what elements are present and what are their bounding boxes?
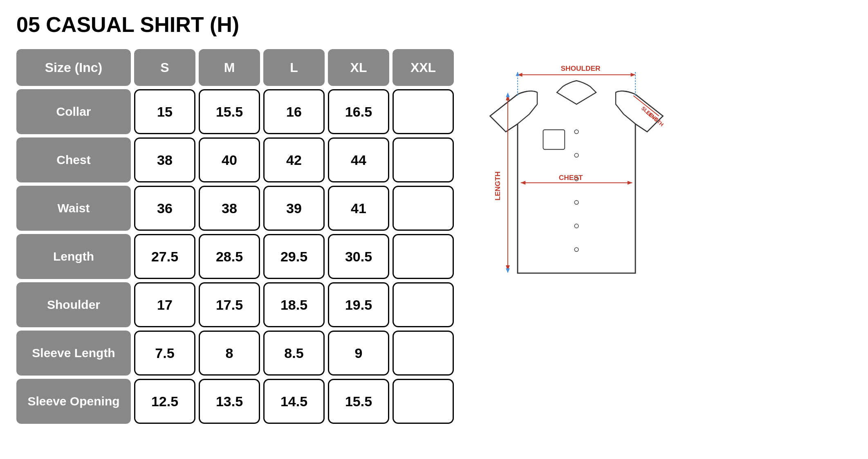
svg-marker-19	[506, 92, 510, 97]
length-label: LENGTH	[493, 171, 502, 200]
row-label-length: Length	[16, 234, 131, 279]
row-label-waist: Waist	[16, 186, 131, 231]
shoulder-label: SHOULDER	[561, 64, 601, 72]
sleeve-opening-s: 12.5	[134, 379, 195, 424]
row-label-sleeve-opening: Sleeve Opening	[16, 379, 131, 424]
sleeve-length-xxl	[393, 331, 454, 376]
svg-rect-0	[543, 130, 565, 149]
shoulder-m: 17.5	[199, 282, 260, 327]
chest-m: 40	[199, 137, 260, 182]
row-label-chest: Chest	[16, 137, 131, 182]
chest-s: 38	[134, 137, 195, 182]
col-header-xxl: XXL	[393, 49, 454, 86]
waist-xxl	[393, 186, 454, 231]
sleeve-opening-l: 14.5	[263, 379, 325, 424]
collar-m: 15.5	[199, 89, 260, 134]
size-table: Size (Inc) S M L XL XXL Collar 15 15.5 1…	[16, 49, 454, 424]
sleeve-length-xl: 9	[328, 331, 389, 376]
sleeve-length-l: 8.5	[263, 331, 325, 376]
chest-l: 42	[263, 137, 325, 182]
length-xxl	[393, 234, 454, 279]
waist-s: 36	[134, 186, 195, 231]
length-m: 28.5	[199, 234, 260, 279]
collar-xl: 16.5	[328, 89, 389, 134]
col-header-xl: XL	[328, 49, 389, 86]
shoulder-l: 18.5	[263, 282, 325, 327]
shirt-diagram: SHOULDER CHEST LENGTH SLEEVE LENGTH	[478, 53, 675, 298]
sleeve-length-s: 7.5	[134, 331, 195, 376]
svg-marker-20	[506, 268, 510, 273]
length-xl: 30.5	[328, 234, 389, 279]
shoulder-xxl	[393, 282, 454, 327]
page-title: 05 CASUAL SHIRT (H)	[16, 12, 852, 37]
sleeve-length-m: 8	[199, 331, 260, 376]
col-header-l: L	[263, 49, 325, 86]
collar-l: 16	[263, 89, 325, 134]
row-label-sleeve-length: Sleeve Length	[16, 331, 131, 376]
sleeve-opening-xl: 15.5	[328, 379, 389, 424]
chest-label: CHEST	[559, 173, 583, 182]
sleeve-opening-m: 13.5	[199, 379, 260, 424]
svg-marker-12	[516, 72, 520, 76]
collar-s: 15	[134, 89, 195, 134]
shoulder-xl: 19.5	[328, 282, 389, 327]
col-header-size: Size (Inc)	[16, 49, 131, 86]
waist-xl: 41	[328, 186, 389, 231]
collar-xxl	[393, 89, 454, 134]
col-header-s: S	[134, 49, 195, 86]
content-wrapper: Size (Inc) S M L XL XXL Collar 15 15.5 1…	[16, 49, 852, 424]
row-label-shoulder: Shoulder	[16, 282, 131, 327]
shoulder-s: 17	[134, 282, 195, 327]
waist-m: 38	[199, 186, 260, 231]
col-header-m: M	[199, 49, 260, 86]
svg-marker-9	[630, 73, 635, 77]
chest-xxl	[393, 137, 454, 182]
row-label-collar: Collar	[16, 89, 131, 134]
waist-l: 39	[263, 186, 325, 231]
chest-xl: 44	[328, 137, 389, 182]
length-l: 29.5	[263, 234, 325, 279]
length-s: 27.5	[134, 234, 195, 279]
sleeve-opening-xxl	[393, 379, 454, 424]
